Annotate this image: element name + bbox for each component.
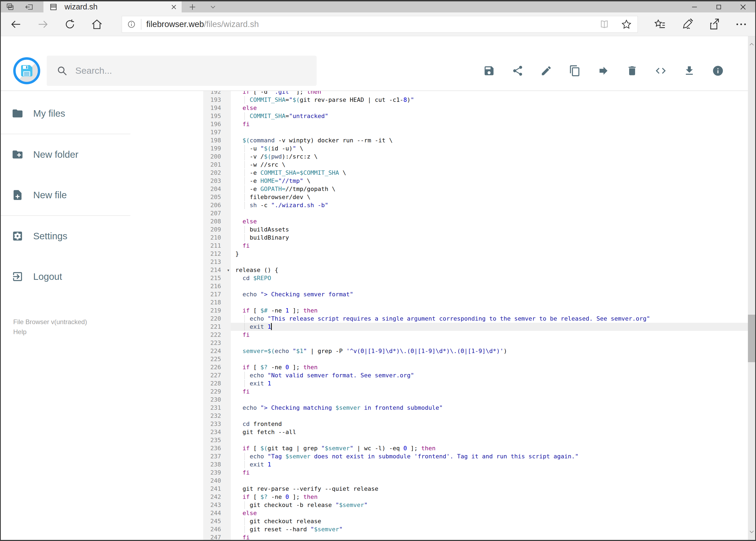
- scrollbar-down-arrow[interactable]: [748, 526, 755, 538]
- code-line-242[interactable]: if [ $? -ne 0 ]; then: [231, 493, 748, 501]
- code-line-218[interactable]: [231, 298, 748, 306]
- refresh-button[interactable]: [56, 12, 84, 36]
- code-line-198[interactable]: $(command -v winpty) docker run --rm -it…: [231, 136, 748, 145]
- code-line-212[interactable]: }: [231, 250, 748, 258]
- scrollbar-up-arrow[interactable]: [748, 38, 755, 50]
- code-line-231[interactable]: echo "> Checking matching $semver in fro…: [231, 404, 748, 412]
- help-link[interactable]: Help: [13, 327, 130, 337]
- code-line-230[interactable]: [231, 396, 748, 404]
- home-button[interactable]: [84, 12, 111, 36]
- code-line-225[interactable]: [231, 355, 748, 363]
- page-scrollbar[interactable]: [748, 36, 755, 540]
- code-line-217[interactable]: echo "> Checking semver format": [231, 290, 748, 298]
- browser-tab-wizard-sh[interactable]: wizard.sh: [44, 1, 182, 12]
- code-line-210[interactable]: buildBinary: [231, 234, 748, 242]
- code-line-240[interactable]: [231, 477, 748, 485]
- download-button[interactable]: [675, 56, 704, 85]
- code-line-244[interactable]: else: [231, 509, 748, 517]
- code-line-208[interactable]: else: [231, 218, 748, 226]
- code-line-193[interactable]: COMMIT_SHA="$(git rev-parse HEAD | cut -…: [231, 96, 748, 104]
- code-line-206[interactable]: sh -c "./wizard.sh -b": [231, 201, 748, 209]
- code-line-223[interactable]: [231, 339, 748, 347]
- code-line-202[interactable]: -e COMMIT_SHA=$COMMIT_SHA \: [231, 169, 748, 177]
- editor-code-area[interactable]: if [ -d ".git" ]; then COMMIT_SHA="$(git…: [231, 91, 748, 540]
- minimize-button[interactable]: [682, 1, 707, 12]
- code-line-232[interactable]: [231, 412, 748, 420]
- share-button[interactable]: [503, 56, 532, 85]
- code-line-194[interactable]: else: [231, 104, 748, 112]
- filebrowser-logo[interactable]: [13, 57, 40, 84]
- site-info-icon[interactable]: [122, 20, 141, 29]
- code-line-229[interactable]: fi: [231, 387, 748, 396]
- web-note-button[interactable]: [674, 12, 701, 36]
- sidebar-item-my-files[interactable]: My files: [1, 93, 130, 134]
- code-line-197[interactable]: [231, 128, 748, 136]
- code-line-211[interactable]: fi: [231, 242, 748, 250]
- code-line-192[interactable]: if [ -d ".git" ]; then: [231, 91, 748, 96]
- reading-view-button[interactable]: [593, 19, 616, 30]
- scrollbar-thumb[interactable]: [748, 315, 755, 362]
- search-box[interactable]: [47, 56, 317, 86]
- code-line-201[interactable]: -w //src \: [231, 161, 748, 169]
- close-window-button[interactable]: [731, 1, 755, 12]
- edit-button[interactable]: [532, 56, 561, 85]
- code-line-220[interactable]: echo "This release script requires a sin…: [231, 315, 748, 323]
- address-bar[interactable]: filebrowser.web/files/wizard.sh: [122, 16, 638, 33]
- code-line-222[interactable]: fi: [231, 331, 748, 339]
- new-tab-button[interactable]: [182, 1, 203, 12]
- code-line-246[interactable]: git reset --hard "$semver": [231, 525, 748, 533]
- code-line-234[interactable]: git fetch --all: [231, 428, 748, 436]
- code-line-236[interactable]: if [ $(git tag | grep "$semver" | wc -l)…: [231, 444, 748, 452]
- code-line-228[interactable]: exit 1: [231, 379, 748, 387]
- code-line-224[interactable]: semver=$(echo "$1" | grep -P '^v(0|[1-9]…: [231, 347, 748, 355]
- tab-preview-button[interactable]: [1, 1, 20, 12]
- code-line-226[interactable]: if [ $? -ne 0 ]; then: [231, 363, 748, 371]
- code-line-195[interactable]: COMMIT_SHA="untracked": [231, 112, 748, 120]
- sidebar-item-new-file[interactable]: New file: [1, 175, 130, 215]
- maximize-button[interactable]: [707, 1, 731, 12]
- code-line-209[interactable]: buildAssets: [231, 226, 748, 234]
- code-line-221[interactable]: exit 1: [231, 323, 748, 331]
- sidebar-item-logout[interactable]: Logout: [1, 256, 130, 297]
- hub-favorites-button[interactable]: [647, 12, 674, 36]
- code-line-227[interactable]: echo "Not valid semver format. See semve…: [231, 371, 748, 379]
- set-tabs-aside-button[interactable]: [20, 1, 39, 12]
- fold-caret-icon[interactable]: ▾: [227, 266, 230, 274]
- sidebar-item-new-folder[interactable]: New folder: [1, 134, 130, 175]
- code-line-237[interactable]: echo "Tag $semver does not exist in subm…: [231, 452, 748, 460]
- info-button[interactable]: [704, 56, 732, 85]
- code-line-238[interactable]: exit 1: [231, 460, 748, 469]
- code-line-239[interactable]: fi: [231, 469, 748, 477]
- code-line-233[interactable]: cd frontend: [231, 420, 748, 428]
- code-button[interactable]: [646, 56, 675, 85]
- code-line-205[interactable]: filebrowser/dev \: [231, 193, 748, 201]
- code-line-199[interactable]: -u "$(id -u)" \: [231, 145, 748, 153]
- add-favorite-button[interactable]: [616, 19, 637, 30]
- code-line-215[interactable]: cd $REPO: [231, 274, 748, 282]
- back-button[interactable]: [2, 12, 29, 36]
- url-text[interactable]: filebrowser.web/files/wizard.sh: [141, 19, 593, 29]
- code-line-245[interactable]: git checkout release: [231, 517, 748, 525]
- code-line-235[interactable]: [231, 436, 748, 444]
- code-line-243[interactable]: git checkout -b release "$semver": [231, 501, 748, 509]
- code-line-203[interactable]: -e HOME="//tmp" \: [231, 177, 748, 185]
- settings-and-more-button[interactable]: [728, 12, 755, 36]
- code-editor[interactable]: 1921931941951961971981992002012022032042…: [203, 91, 748, 540]
- code-line-219[interactable]: if [ $# -ne 1 ]; then: [231, 306, 748, 315]
- forward-button[interactable]: [29, 12, 56, 36]
- code-line-214[interactable]: release () {: [231, 266, 748, 274]
- share-button[interactable]: [701, 12, 728, 36]
- delete-button[interactable]: [618, 56, 646, 85]
- tab-close-icon[interactable]: [170, 4, 177, 11]
- code-line-216[interactable]: [231, 282, 748, 290]
- code-line-200[interactable]: -v /$(pwd):/src:z \: [231, 153, 748, 161]
- code-line-207[interactable]: [231, 209, 748, 218]
- code-line-247[interactable]: fi: [231, 533, 748, 540]
- show-tab-previews-button[interactable]: [203, 1, 223, 12]
- save-button[interactable]: [475, 56, 503, 85]
- move-button[interactable]: [589, 56, 618, 85]
- search-input[interactable]: [75, 65, 311, 76]
- sidebar-item-settings[interactable]: Settings: [1, 216, 130, 256]
- code-line-196[interactable]: fi: [231, 120, 748, 128]
- copy-button[interactable]: [561, 56, 589, 85]
